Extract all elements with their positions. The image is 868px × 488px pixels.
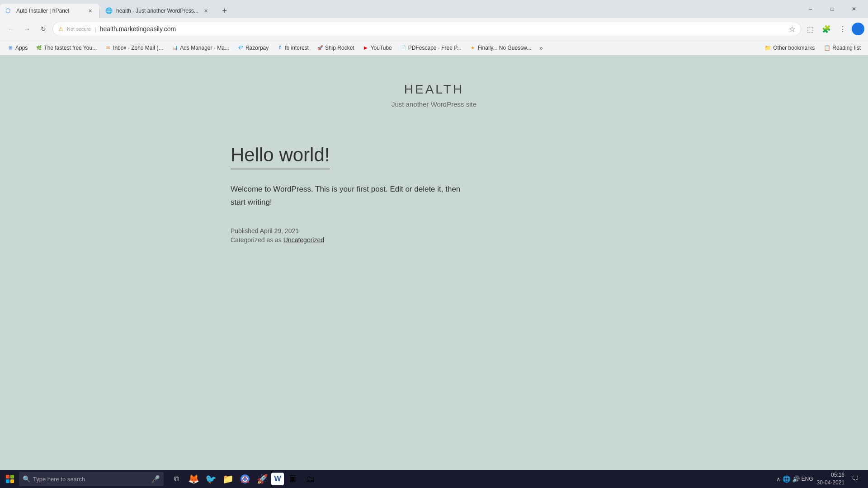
calculator-app-icon[interactable]: 🖩 <box>285 471 301 487</box>
bookmark-apps[interactable]: ⊞ Apps <box>4 43 31 53</box>
post-title[interactable]: Hello world! <box>231 144 330 169</box>
bookmark-pdfescape[interactable]: 📄 PDFescape - Free P... <box>396 43 465 53</box>
post-content: Welcome to WordPress. This is your first… <box>231 183 637 209</box>
start-button[interactable] <box>2 471 18 487</box>
search-placeholder: Type here to search <box>33 476 85 483</box>
category-link-as: as <box>275 236 283 244</box>
notification-button[interactable]: 🗨 <box>848 471 863 487</box>
firefox-icon[interactable]: 🦊 <box>185 471 202 487</box>
bookmark-youtube[interactable]: ▶ YouTube <box>359 43 396 53</box>
search-icon: 🔍 <box>23 475 30 483</box>
profile-avatar[interactable]: 👤 <box>852 23 864 35</box>
extensions-icon[interactable]: 🧩 <box>819 22 834 36</box>
close-button[interactable]: ✕ <box>844 2 864 16</box>
address-bar[interactable]: ⚠ Not secure | health.marketingeasily.co… <box>52 22 801 36</box>
address-separator: | <box>94 26 96 33</box>
tab-bar: ⬡ Auto Installer | hPanel ✕ 🌐 health - J… <box>0 0 868 18</box>
youtube-favicon: ▶ <box>363 45 369 51</box>
bookmarks-right: 📁 Other bookmarks 📋 Reading list <box>761 43 864 53</box>
url-text[interactable]: health.marketingeasily.com <box>100 25 785 33</box>
ads-manager-label: Ads Manager - Ma... <box>180 45 229 51</box>
forward-button[interactable]: → <box>20 22 34 36</box>
maximize-button[interactable]: □ <box>822 2 843 16</box>
bookmarks-more-button[interactable]: » <box>537 42 546 53</box>
back-button[interactable]: ← <box>4 22 18 36</box>
rocket-app-icon[interactable]: 🚀 <box>254 471 270 487</box>
bookmark-star-icon[interactable]: ☆ <box>789 25 795 33</box>
search-box[interactable]: 🔍 Type here to search 🎤 <box>19 472 164 486</box>
other-bookmarks-button[interactable]: 📁 Other bookmarks <box>761 43 818 53</box>
browser-frame: ⬡ Auto Installer | hPanel ✕ 🌐 health - J… <box>0 0 868 470</box>
new-tab-button[interactable]: + <box>217 4 232 18</box>
tab-health-wordpress[interactable]: 🌐 health - Just another WordPress... ✕ <box>100 4 216 18</box>
published-date: April 29, 2021 <box>260 227 299 235</box>
start-icon <box>6 475 14 483</box>
tab1-title: Auto Installer | hPanel <box>16 8 82 14</box>
network-icon[interactable]: 🌐 <box>783 475 790 483</box>
clock-date: 30-04-2021 <box>817 479 844 487</box>
categorized-line: Categorized as as Uncategorized <box>231 236 637 244</box>
files-app-icon[interactable]: 🗂 <box>302 471 318 487</box>
pdfescape-favicon: 📄 <box>400 45 406 51</box>
taskbar-clock[interactable]: 05:16 30-04-2021 <box>817 471 844 487</box>
reading-list-button[interactable]: 📋 Reading list <box>820 43 864 53</box>
no-guessw-favicon: ★ <box>470 45 476 51</box>
language-label: ENG <box>802 476 813 482</box>
site-tagline: Just another WordPress site <box>392 100 476 108</box>
task-view-button[interactable]: ⧉ <box>168 471 184 487</box>
taskbar: 🔍 Type here to search 🎤 ⧉ 🦊 🐦 📁 🚀 W 🖩 🗂 … <box>0 470 868 488</box>
fb-interest-favicon: f <box>277 45 283 51</box>
bookmark-fastest-free[interactable]: 🌿 The fastest free You... <box>32 43 100 53</box>
published-date-line: Published April 29, 2021 <box>231 227 637 235</box>
bookmark-fb-interest[interactable]: f fb interest <box>273 43 312 53</box>
start-square-blue <box>6 479 9 483</box>
inbox-zoho-favicon: ✉ <box>105 45 111 51</box>
not-secure-label: Not secure <box>67 26 91 32</box>
taskbar-right: ∧ 🌐 🔊 ENG 05:16 30-04-2021 🗨 <box>776 471 866 487</box>
apps-label: Apps <box>15 45 28 51</box>
fb-interest-label: fb interest <box>285 45 309 51</box>
speaker-icon[interactable]: 🔊 <box>792 475 800 483</box>
categorized-as-label: Categorized as <box>231 236 273 244</box>
fastest-free-favicon: 🌿 <box>36 45 42 51</box>
published-label: Published <box>231 227 259 235</box>
reading-list-icon: 📋 <box>824 45 830 51</box>
show-hidden-icon[interactable]: ∧ <box>776 476 781 483</box>
razorpay-label: Razorpay <box>245 45 269 51</box>
start-square-green <box>10 475 14 479</box>
search-mic-icon[interactable]: 🎤 <box>151 475 160 483</box>
address-bar-row: ← → ↻ ⚠ Not secure | health.marketingeas… <box>0 18 868 40</box>
bookmark-inbox-zoho[interactable]: ✉ Inbox - Zoho Mail (… <box>101 43 167 53</box>
other-bookmarks-label: Other bookmarks <box>773 45 815 51</box>
reload-button[interactable]: ↻ <box>36 22 51 36</box>
no-guessw-label: Finally... No Guessw... <box>478 45 531 51</box>
reading-list-label: Reading list <box>832 45 861 51</box>
tab2-close-button[interactable]: ✕ <box>202 7 210 15</box>
folder-app-icon[interactable]: 📁 <box>220 471 236 487</box>
tab2-favicon: 🌐 <box>105 7 113 14</box>
chrome-app-icon[interactable] <box>237 471 253 487</box>
webpage-content: HEALTH Just another WordPress site Hello… <box>0 55 868 470</box>
category-link[interactable]: Uncategorized <box>283 236 324 244</box>
settings-icon[interactable]: ⋮ <box>835 22 850 36</box>
tab-auto-installer[interactable]: ⬡ Auto Installer | hPanel ✕ <box>0 4 99 18</box>
bookmark-ship-rocket[interactable]: 🚀 Ship Rocket <box>313 43 358 53</box>
inbox-zoho-label: Inbox - Zoho Mail (… <box>113 45 164 51</box>
post-body-text: Welcome to WordPress. This is your first… <box>231 185 460 206</box>
minimize-button[interactable]: – <box>800 2 821 16</box>
clock-time: 05:16 <box>817 471 844 479</box>
bookmark-razorpay[interactable]: 💎 Razorpay <box>234 43 272 53</box>
youtube-label: YouTube <box>371 45 392 51</box>
cast-icon[interactable]: ⬚ <box>803 22 817 36</box>
bookmark-ads-manager[interactable]: 📊 Ads Manager - Ma... <box>168 43 233 53</box>
tab1-close-button[interactable]: ✕ <box>86 7 94 15</box>
toolbar-right: ⬚ 🧩 ⋮ 👤 <box>803 22 864 36</box>
ads-manager-favicon: 📊 <box>172 45 178 51</box>
bird-app-icon[interactable]: 🐦 <box>203 471 219 487</box>
bookmarks-bar: ⊞ Apps 🌿 The fastest free You... ✉ Inbox… <box>0 40 868 55</box>
start-square-red <box>6 475 9 479</box>
bookmark-no-guessw[interactable]: ★ Finally... No Guessw... <box>466 43 535 53</box>
pdfescape-label: PDFescape - Free P... <box>408 45 462 51</box>
window-controls: – □ ✕ <box>800 2 868 18</box>
word-app-icon[interactable]: W <box>271 473 284 485</box>
